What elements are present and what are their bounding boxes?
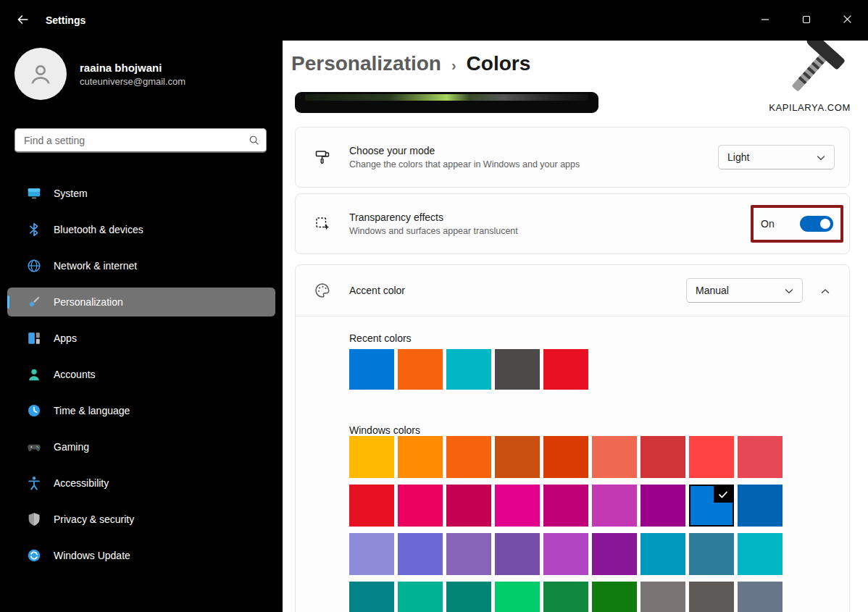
color-swatch[interactable] bbox=[446, 533, 491, 575]
color-swatch[interactable] bbox=[349, 582, 394, 612]
color-swatch[interactable] bbox=[543, 436, 588, 478]
sidebar-item-system[interactable]: System bbox=[7, 179, 275, 208]
color-swatch[interactable] bbox=[495, 436, 540, 478]
close-button[interactable] bbox=[827, 0, 868, 41]
mode-dropdown[interactable]: Light bbox=[718, 145, 835, 169]
color-swatch[interactable] bbox=[738, 582, 783, 612]
color-swatch[interactable] bbox=[349, 436, 394, 478]
color-swatch-selected[interactable] bbox=[689, 485, 734, 527]
sidebar-item-label: Gaming bbox=[54, 441, 89, 453]
back-button[interactable] bbox=[12, 9, 33, 31]
minimize-button[interactable] bbox=[744, 0, 785, 41]
paintbrush-icon bbox=[26, 294, 42, 310]
color-swatch[interactable] bbox=[543, 485, 588, 527]
color-swatch[interactable] bbox=[592, 533, 637, 575]
palette-icon bbox=[313, 282, 332, 299]
color-swatch[interactable] bbox=[689, 533, 734, 575]
color-swatch[interactable] bbox=[446, 436, 491, 478]
sidebar-item-label: Apps bbox=[54, 332, 77, 344]
chevron-down-icon bbox=[785, 285, 793, 296]
sidebar-item-windows-update[interactable]: Windows Update bbox=[7, 541, 275, 570]
window-controls bbox=[744, 0, 868, 41]
color-swatch[interactable] bbox=[349, 349, 394, 390]
color-swatch[interactable] bbox=[495, 533, 540, 575]
selection-indicator bbox=[7, 295, 9, 309]
color-swatch[interactable] bbox=[349, 485, 394, 527]
sidebar-item-personalization[interactable]: Personalization bbox=[7, 288, 275, 317]
color-swatch[interactable] bbox=[640, 436, 685, 478]
transparency-card: Transparency effects Windows and surface… bbox=[295, 193, 850, 254]
sidebar-item-accounts[interactable]: Accounts bbox=[7, 360, 275, 389]
accent-mode-dropdown[interactable]: Manual bbox=[686, 278, 803, 303]
color-swatch[interactable] bbox=[495, 349, 540, 390]
sidebar-item-label: Network & internet bbox=[54, 260, 137, 272]
maximize-button[interactable] bbox=[785, 0, 827, 41]
color-swatch[interactable] bbox=[398, 533, 443, 575]
search-input[interactable] bbox=[15, 129, 241, 151]
color-swatch[interactable] bbox=[640, 582, 685, 612]
color-swatch[interactable] bbox=[738, 533, 783, 575]
breadcrumb-chevron: › bbox=[451, 57, 456, 74]
color-swatch[interactable] bbox=[398, 485, 443, 527]
windows-colors-label: Windows colors bbox=[349, 424, 835, 436]
user-account[interactable]: raaina bhojwani cuteuniverse@gmail.com bbox=[14, 48, 185, 100]
system-monitor-icon bbox=[26, 185, 42, 201]
sidebar-item-gaming[interactable]: Gaming bbox=[7, 432, 275, 461]
color-swatch[interactable] bbox=[689, 582, 734, 612]
sidebar-item-label: Accounts bbox=[54, 369, 96, 380]
accent-color-card: Accent color Manual Recent colors bbox=[295, 264, 850, 612]
color-swatch[interactable] bbox=[738, 485, 783, 527]
main-content: Personalization › Colors KAPILARYA.COM bbox=[283, 41, 868, 612]
color-swatch[interactable] bbox=[543, 582, 588, 612]
watermark-hammer-image bbox=[769, 41, 855, 106]
color-swatch[interactable] bbox=[349, 533, 394, 575]
color-swatch[interactable] bbox=[592, 582, 637, 612]
accent-dropdown-value: Manual bbox=[696, 285, 729, 296]
accessibility-person-icon bbox=[26, 475, 42, 491]
avatar bbox=[14, 48, 67, 100]
choose-mode-card: Choose your mode Change the colors that … bbox=[295, 127, 850, 188]
sidebar-item-time-language[interactable]: Time & language bbox=[7, 396, 275, 425]
apps-tiles-icon bbox=[26, 330, 42, 346]
color-swatch[interactable] bbox=[543, 533, 588, 575]
color-swatch[interactable] bbox=[640, 533, 685, 575]
settings-window: Settings raaina bhojwani cuteuniverse@gm… bbox=[0, 0, 868, 612]
windows-colors-row bbox=[349, 582, 835, 612]
transparency-toggle[interactable] bbox=[800, 216, 833, 232]
sidebar-item-privacy[interactable]: Privacy & security bbox=[7, 505, 275, 534]
sidebar-item-label: Accessibility bbox=[54, 477, 109, 489]
color-swatch[interactable] bbox=[738, 436, 783, 478]
close-icon bbox=[843, 14, 852, 26]
breadcrumb: Personalization › Colors bbox=[291, 52, 530, 75]
titlebar: Settings bbox=[0, 0, 868, 41]
sidebar-item-accessibility[interactable]: Accessibility bbox=[7, 469, 275, 498]
color-swatch[interactable] bbox=[398, 436, 443, 478]
color-swatch[interactable] bbox=[446, 582, 491, 612]
mode-card-title: Choose your mode bbox=[349, 145, 580, 156]
collapse-section-button[interactable] bbox=[816, 282, 835, 299]
page-title: Colors bbox=[467, 52, 531, 75]
color-swatch[interactable] bbox=[495, 485, 540, 527]
color-swatch[interactable] bbox=[640, 485, 685, 527]
color-swatch[interactable] bbox=[446, 485, 491, 527]
color-swatch[interactable] bbox=[592, 485, 637, 527]
color-swatch[interactable] bbox=[398, 349, 443, 390]
color-swatch[interactable] bbox=[543, 349, 588, 390]
selected-check-icon bbox=[714, 486, 733, 503]
color-swatch[interactable] bbox=[446, 349, 491, 390]
color-swatch[interactable] bbox=[398, 582, 443, 612]
sidebar-item-bluetooth[interactable]: Bluetooth & devices bbox=[7, 215, 275, 244]
sidebar-item-label: Personalization bbox=[54, 296, 123, 308]
sidebar-item-apps[interactable]: Apps bbox=[7, 324, 275, 353]
color-swatch[interactable] bbox=[689, 436, 734, 478]
color-swatch[interactable] bbox=[495, 582, 540, 612]
game-controller-icon bbox=[26, 439, 42, 455]
user-email: cuteuniverse@gmail.com bbox=[80, 76, 185, 87]
paint-roller-icon bbox=[313, 148, 332, 166]
transparency-card-description: Windows and surfaces appear translucent bbox=[349, 226, 518, 236]
chevron-up-icon bbox=[821, 285, 830, 296]
sidebar-item-label: Windows Update bbox=[54, 550, 130, 561]
color-swatch[interactable] bbox=[592, 436, 637, 478]
sidebar-item-network[interactable]: Network & internet bbox=[7, 251, 275, 280]
breadcrumb-personalization[interactable]: Personalization bbox=[291, 52, 441, 75]
